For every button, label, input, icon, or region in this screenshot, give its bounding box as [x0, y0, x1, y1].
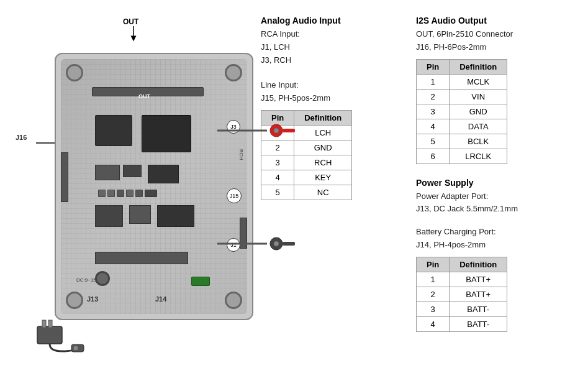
i2s-desc: OUT, 6Pin-2510 Connector J16, PH-6Pos-2m… — [416, 28, 576, 54]
power-header-def: Definition — [450, 257, 507, 272]
power-adapter-desc: Power Adapter Port: J13, DC Jack 5.5mm/2… — [416, 190, 576, 216]
i2s-table-row5-col2: BCLK — [450, 134, 507, 149]
power-table-row4-col1: 4 — [417, 316, 450, 331]
analog-table-header-def: Definition — [294, 110, 352, 125]
power-table-row1-col1: 1 — [417, 272, 450, 287]
i2s-title: I2S Audio Output — [416, 16, 576, 25]
i2s-table-row3-col2: GND — [450, 104, 507, 119]
i2s-table: Pin Definition 1MCLK2VIN3GND4DATA5BCLK6L… — [416, 59, 507, 164]
svg-rect-14 — [37, 326, 62, 344]
j16-connector — [61, 152, 68, 202]
main-chip-1 — [95, 115, 132, 146]
i2s-header-def: Definition — [450, 59, 507, 74]
power-jack — [95, 271, 110, 286]
analog-table-row2-col1: 2 — [261, 140, 294, 155]
right-col-content: I2S Audio Output OUT, 6Pin-2510 Connecto… — [416, 16, 576, 361]
analog-input-line: Line Input: J15, PH-5pos-2mm — [261, 79, 397, 105]
analog-table-row5-col1: 5 — [261, 185, 294, 200]
power-table: Pin Definition 1BATT+2BATT+3BATT-4BATT- — [416, 257, 507, 332]
analog-table-row1-col2: LCH — [294, 125, 352, 140]
i2s-table-row2-col2: VIN — [450, 89, 507, 104]
pcb-board: OUT — [55, 53, 253, 320]
power-header-pin: Pin — [417, 257, 450, 272]
i2s-table-row4-col2: DATA — [450, 119, 507, 134]
i2s-table-row6-col1: 6 — [417, 149, 450, 163]
right-content: Analog Audio Input RCA Input: J1, LCH J3… — [261, 12, 576, 361]
power-table-row1-col2: BATT+ — [450, 272, 507, 287]
svg-point-7 — [274, 128, 279, 133]
analog-table-row4-col1: 4 — [261, 170, 294, 185]
j14-label: J14 — [155, 295, 166, 303]
mid-comp-1 — [95, 205, 123, 227]
analog-input-rca: RCA Input: J1, LCH J3, RCH — [261, 28, 397, 67]
analog-input-title: Analog Audio Input — [261, 16, 397, 25]
i2s-table-row1-col2: MCLK — [450, 74, 507, 89]
i2s-table-row6-col2: LRCLK — [450, 149, 507, 163]
comp-2 — [123, 165, 142, 177]
analog-table-row3-col2: RCH — [294, 155, 352, 170]
battery-desc: Battery Charging Port: J14, PH-4pos-2mm — [416, 226, 576, 252]
svg-rect-16 — [48, 320, 52, 328]
i2s-header-pin: Pin — [417, 59, 450, 74]
power-supply-title: Power Supply — [416, 178, 576, 188]
i2s-table-row1-col1: 1 — [417, 74, 450, 89]
power-adapter — [31, 317, 93, 364]
j13-label: J13 — [87, 295, 98, 303]
svg-point-18 — [73, 346, 78, 351]
power-supply-section: Power Supply Power Adapter Port: J13, DC… — [416, 178, 576, 332]
rca-j1-cable — [217, 236, 298, 255]
rch-label: RCH — [238, 149, 244, 160]
rca-j3-cable — [217, 123, 298, 142]
corner-br — [225, 292, 242, 309]
power-table-row3-col1: 3 — [417, 302, 450, 316]
bottom-connector-strip — [95, 252, 188, 264]
analog-table-row2-col2: GND — [294, 140, 352, 155]
svg-rect-8 — [283, 129, 295, 132]
svg-rect-15 — [42, 320, 46, 328]
analog-input-section: Analog Audio Input RCA Input: J1, LCH J3… — [261, 16, 397, 361]
i2s-section: I2S Audio Output OUT, 6Pin-2510 Connecto… — [416, 16, 576, 164]
corner-tl — [66, 64, 83, 81]
battery-connector — [191, 277, 210, 286]
comp-row-1 — [98, 190, 191, 197]
comp-1 — [95, 165, 120, 180]
svg-rect-13 — [283, 242, 295, 246]
analog-table-row5-col2: NC — [294, 185, 352, 200]
i2s-table-row5-col1: 5 — [417, 134, 450, 149]
mid-comp-3 — [157, 205, 194, 227]
power-table-row4-col2: BATT- — [450, 316, 507, 331]
j16-label: J16 — [16, 134, 27, 141]
pcb-diagram: OUT J16 — [12, 12, 248, 361]
i2s-table-row3-col1: 3 — [417, 104, 450, 119]
power-table-row2-col2: BATT+ — [450, 287, 507, 302]
i2s-table-row2-col1: 2 — [417, 89, 450, 104]
power-table-row3-col2: BATT- — [450, 302, 507, 316]
power-table-row2-col1: 2 — [417, 287, 450, 302]
j15-label: J15 — [227, 188, 242, 203]
corner-bl — [66, 292, 83, 309]
analog-table-row3-col1: 3 — [261, 155, 294, 170]
out-label: OUT — [123, 17, 138, 26]
comp-3 — [148, 165, 179, 183]
svg-point-12 — [274, 241, 279, 246]
i2s-table-row4-col1: 4 — [417, 119, 450, 134]
corner-tr — [225, 64, 242, 81]
mid-comp-2 — [129, 205, 151, 224]
analog-table-row4-col2: KEY — [294, 170, 352, 185]
main-chip-2 — [142, 115, 191, 152]
out-board-label: OUT — [138, 93, 150, 99]
